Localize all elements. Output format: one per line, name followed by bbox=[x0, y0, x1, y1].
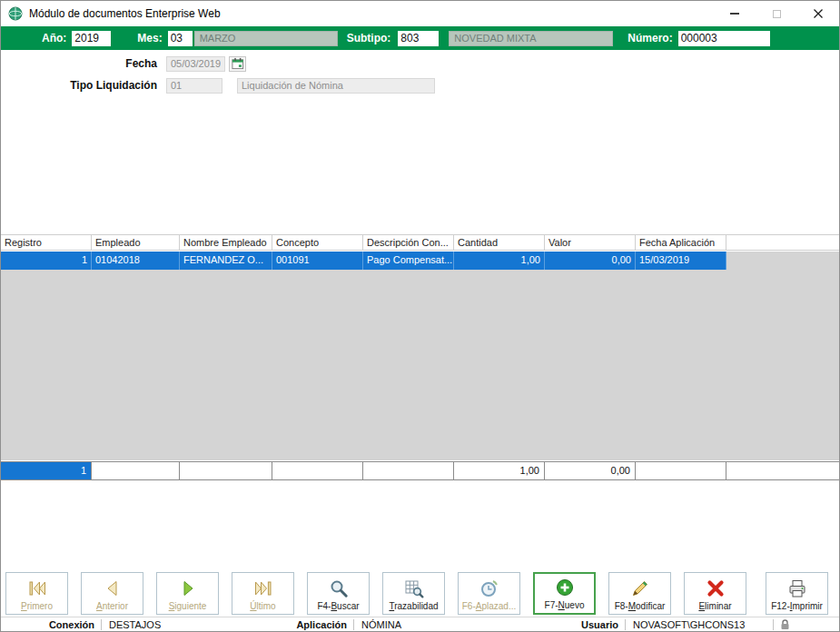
column-header-registro[interactable]: Registro bbox=[1, 235, 92, 250]
clock-icon bbox=[479, 576, 500, 600]
lock-icon bbox=[780, 618, 790, 630]
totals-nombre bbox=[180, 462, 272, 479]
skip-first-icon bbox=[26, 576, 48, 600]
edit-icon bbox=[629, 576, 651, 600]
tipo-name-input bbox=[237, 78, 435, 94]
minimize-icon bbox=[730, 13, 739, 15]
year-input[interactable] bbox=[72, 31, 111, 46]
nuevo-button[interactable]: F7-Nuevo bbox=[533, 572, 596, 615]
anterior-label: Anterior bbox=[96, 601, 128, 611]
usuario-label: Usuario bbox=[540, 619, 625, 630]
column-header-concepto[interactable]: Concepto bbox=[272, 235, 363, 250]
column-header-fecha-aplicacion[interactable]: Fecha Aplicación bbox=[636, 235, 726, 250]
skip-last-icon bbox=[252, 576, 274, 600]
totals-valor: 0,00 bbox=[545, 462, 636, 479]
aplicacion-label: Aplicación bbox=[281, 619, 353, 630]
subtype-input[interactable] bbox=[398, 31, 439, 46]
buscar-button[interactable]: F4-Buscar bbox=[307, 572, 370, 615]
conexion-label: Conexión bbox=[1, 619, 101, 630]
eliminar-label: Eliminar bbox=[698, 601, 731, 611]
primero-button: Primero bbox=[5, 572, 68, 615]
grid-cell-concepto: 001091 bbox=[272, 252, 363, 270]
month-label: Mes: bbox=[137, 32, 162, 44]
primero-label: Primero bbox=[21, 601, 53, 611]
column-header-empleado[interactable]: Empleado bbox=[92, 235, 180, 250]
new-icon bbox=[554, 575, 576, 599]
column-header-nombre-empleado[interactable]: Nombre Empleado bbox=[180, 235, 272, 250]
totals-registro: 1 bbox=[1, 462, 92, 479]
window-title: Módulo de documentos Enterprise Web bbox=[29, 7, 221, 20]
traceability-icon bbox=[403, 576, 425, 600]
aplazados-label: F6-Aplazad... bbox=[462, 601, 516, 611]
grid-cell-registro: 1 bbox=[1, 252, 92, 270]
tipo-liquidacion-row: Tipo Liquidación bbox=[1, 77, 839, 94]
aplazados-button: F6-Aplazad... bbox=[458, 572, 520, 615]
next-icon bbox=[177, 576, 199, 600]
grid-header: Registro Empleado Nombre Empleado Concep… bbox=[1, 234, 839, 251]
buscar-label: F4-Buscar bbox=[317, 601, 359, 611]
title-bar: Módulo de documentos Enterprise Web bbox=[1, 1, 839, 26]
aplicacion-value: NÓMINA bbox=[354, 619, 540, 630]
subtype-name-field: NOVEDAD MIXTA bbox=[449, 31, 613, 46]
tipo-code-input bbox=[166, 78, 222, 94]
action-toolbar: Primero Anterior Siguiente bbox=[1, 572, 839, 619]
year-label: Año: bbox=[42, 32, 66, 44]
usuario-value: NOVASOFT\GHCONS13 bbox=[626, 619, 773, 630]
status-bar: Conexión DESTAJOS Aplicación NÓMINA Usua… bbox=[1, 617, 839, 631]
number-input[interactable] bbox=[678, 31, 770, 46]
conexion-value: DESTAJOS bbox=[102, 619, 281, 630]
close-icon bbox=[813, 8, 824, 19]
print-icon bbox=[786, 576, 808, 600]
close-button[interactable] bbox=[797, 1, 839, 26]
column-header-cantidad[interactable]: Cantidad bbox=[454, 235, 545, 250]
trazabilidad-label: Trazabilidad bbox=[389, 601, 438, 611]
number-label: Número: bbox=[628, 32, 672, 44]
app-icon bbox=[8, 6, 23, 21]
maximize-button[interactable] bbox=[756, 1, 797, 26]
totals-descripcion bbox=[363, 462, 454, 479]
subtype-label: Subtipo: bbox=[347, 32, 391, 44]
totals-cantidad: 1,00 bbox=[454, 462, 545, 479]
fecha-input bbox=[166, 56, 225, 72]
document-form: Fecha Tipo Liquidación bbox=[1, 50, 839, 94]
grid-cell-valor: 0,00 bbox=[545, 252, 636, 270]
month-input[interactable] bbox=[168, 31, 193, 46]
table-row[interactable]: 1 01042018 FERNANDEZ O... 001091 Pago Co… bbox=[1, 252, 726, 270]
search-icon bbox=[328, 576, 350, 600]
totals-empleado bbox=[92, 462, 180, 479]
maximize-icon bbox=[773, 10, 781, 18]
tipo-liquidacion-label: Tipo Liquidación bbox=[1, 79, 157, 92]
totals-row: 1 1,00 0,00 bbox=[1, 461, 839, 480]
column-header-filler bbox=[726, 235, 839, 250]
calendar-button[interactable] bbox=[229, 56, 246, 72]
totals-filler bbox=[726, 462, 839, 479]
eliminar-button[interactable]: Eliminar bbox=[684, 572, 746, 615]
modificar-button[interactable]: F8-Modificar bbox=[608, 572, 671, 615]
app-window: Módulo de documentos Enterprise Web Año:… bbox=[0, 0, 840, 632]
imprimir-label: F12-Imprimir bbox=[771, 601, 823, 611]
trazabilidad-button[interactable]: Trazabilidad bbox=[382, 572, 445, 615]
minimize-button[interactable] bbox=[714, 1, 756, 26]
lock-panel bbox=[774, 618, 839, 630]
grid-cell-cantidad: 1,00 bbox=[454, 252, 545, 270]
ultimo-label: Último bbox=[250, 601, 275, 611]
modificar-label: F8-Modificar bbox=[615, 601, 666, 611]
imprimir-button[interactable]: F12-Imprimir bbox=[766, 572, 828, 615]
anterior-button: Anterior bbox=[81, 572, 143, 615]
calendar-icon bbox=[232, 57, 244, 70]
prev-icon bbox=[102, 576, 124, 600]
nuevo-label: F7-Nuevo bbox=[545, 600, 585, 610]
grid-cell-descripcion: Pago Compensat... bbox=[363, 252, 454, 270]
grid-cell-nombre: FERNANDEZ O... bbox=[180, 252, 272, 270]
delete-icon bbox=[705, 576, 726, 600]
totals-concepto bbox=[272, 462, 363, 479]
fecha-label: Fecha bbox=[1, 57, 157, 70]
column-header-valor[interactable]: Valor bbox=[545, 235, 636, 250]
totals-fecha-aplicacion bbox=[636, 462, 726, 479]
ultimo-button: Último bbox=[232, 572, 294, 615]
fecha-row: Fecha bbox=[1, 55, 839, 72]
column-header-descripcion[interactable]: Descripción Con... bbox=[363, 235, 454, 250]
grid-cell-empleado: 01042018 bbox=[92, 252, 180, 270]
document-header-bar: Año: Mes: MARZO Subtipo: NOVEDAD MIXTA N… bbox=[1, 26, 839, 50]
window-controls bbox=[714, 1, 839, 26]
